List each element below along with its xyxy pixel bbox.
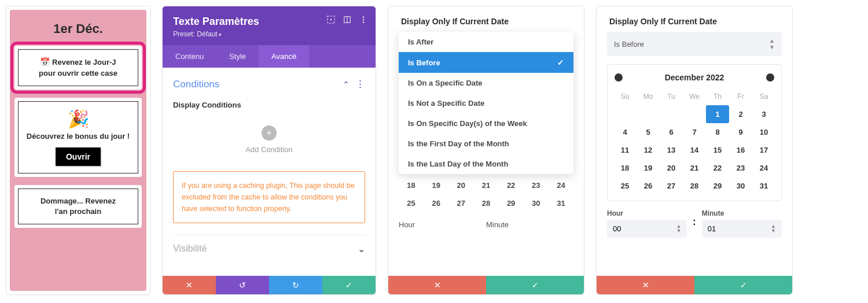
minute-input[interactable]: 01▲▼ [702,220,782,238]
cal-day[interactable]: 23 [729,159,752,177]
cal-day[interactable]: 18 [613,159,637,177]
cal-day[interactable]: 24 [752,159,775,177]
preset-dropdown[interactable]: Preset: Défaut [173,30,365,38]
section-more-icon[interactable]: ⋮ [355,79,365,90]
card-bonus[interactable]: 🎉 Découvrez le bonus du jour ! Ouvrir [14,98,142,177]
next-month-button[interactable] [766,73,774,82]
cal-day[interactable]: 27 [453,199,470,208]
cal-day[interactable]: 19 [637,159,660,177]
minute-label: Minute [486,220,573,229]
display-conditions-label: Display Conditions [173,101,365,109]
cal-day[interactable]: 26 [428,199,445,208]
cal-day[interactable]: 18 [403,181,420,190]
cal-day[interactable]: 30 [527,199,545,208]
card-locked[interactable]: 📅 Revenez le Jour-J pour ouvrir cette ca… [14,46,142,90]
add-condition-button[interactable]: + [262,125,277,141]
prev-month-button[interactable] [615,73,623,82]
cal-day[interactable]: 24 [552,181,569,190]
more-icon[interactable] [359,16,367,24]
cal-day[interactable]: 14 [683,141,706,159]
calendar-row: 45678910 [613,123,775,141]
cal-day [683,105,706,123]
cal-day[interactable]: 22 [502,181,520,190]
tab-contenu[interactable]: Contenu [163,45,216,68]
open-button[interactable]: Ouvrir [56,147,101,166]
cal-day[interactable]: 3 [752,105,775,123]
cal-day [660,105,683,123]
hour-input[interactable]: 00▲▼ [607,220,687,238]
condition-heading: Display Only If Current Date [597,6,792,32]
cal-day[interactable]: 27 [660,177,683,195]
option-is-last[interactable]: Is the Last Day of the Month [399,154,573,174]
tab-style[interactable]: Style [216,45,259,68]
cal-day[interactable]: 29 [502,199,520,208]
undo-button[interactable]: ↺ [216,276,269,294]
confirm-button[interactable]: ✓ [486,276,584,294]
cal-day[interactable]: 10 [752,123,775,141]
cal-day[interactable]: 9 [729,123,752,141]
calendar: December 2022 SuMoTuWeThFrSa 12345678910… [607,64,782,201]
cancel-button[interactable]: ✕ [163,276,216,294]
cal-day[interactable]: 16 [729,141,752,159]
cal-day[interactable]: 23 [527,181,545,190]
cal-day[interactable]: 28 [477,199,495,208]
confirm-button[interactable]: ✓ [694,276,792,294]
cal-day[interactable]: 31 [752,177,775,195]
expand-icon[interactable] [327,16,335,24]
cal-day[interactable]: 12 [637,141,660,159]
option-is-on-specific[interactable]: Is On a Specific Date [399,73,573,93]
time-colon: : [693,217,696,231]
cal-day[interactable]: 11 [613,141,637,159]
cal-day[interactable]: 21 [477,181,495,190]
calendar-icon: 📅 [40,57,50,66]
cal-day[interactable]: 25 [613,177,637,195]
stepper-icon[interactable]: ▲▼ [676,224,681,232]
cal-day[interactable]: 5 [637,123,660,141]
condition-select[interactable]: Is Before ▲▼ [607,32,782,56]
cal-day[interactable]: 26 [637,177,660,195]
cal-day[interactable]: 28 [683,177,706,195]
add-condition-label: Add Condition [173,145,365,154]
window-icon[interactable] [343,16,351,24]
cal-day[interactable]: 20 [660,159,683,177]
calendar-preview-panel: 1er Déc. 📅 Revenez le Jour-J pour ouvrir… [6,6,150,295]
cal-day[interactable]: 25 [403,199,420,208]
cal-day[interactable]: 21 [683,159,706,177]
cal-day[interactable]: 2 [729,105,752,123]
cal-day[interactable]: 8 [706,123,729,141]
stepper-icon[interactable]: ▲▼ [771,224,776,232]
option-is-not-specific[interactable]: Is Not a Specific Date [399,93,573,113]
card-missed[interactable]: Dommage... Revenez l'an prochain [14,185,142,228]
section-conditions-header[interactable]: Conditions ⌃⋮ [173,78,365,90]
cal-day[interactable]: 1 [706,105,729,123]
calendar-row: 11121314151617 [613,141,775,159]
redo-button[interactable]: ↻ [269,276,322,294]
option-is-first[interactable]: Is the First Day of the Month [399,134,573,154]
cal-day[interactable]: 19 [428,181,445,190]
calendar-date-title: 1er Déc. [14,14,142,46]
cal-day[interactable]: 17 [752,141,775,159]
cal-day[interactable]: 29 [706,177,729,195]
cancel-button[interactable]: ✕ [597,276,694,294]
tab-avance[interactable]: Avancé [259,45,309,68]
cal-day[interactable]: 20 [453,181,470,190]
cal-day[interactable]: 31 [552,199,569,208]
cal-day[interactable]: 6 [660,123,683,141]
option-is-before[interactable]: Is Before ✓ [399,52,573,73]
section-visibility-header[interactable]: Visibilité ⌄ [173,235,365,254]
check-icon: ✓ [557,58,564,67]
cal-day[interactable]: 13 [660,141,683,159]
option-is-on-days[interactable]: Is On Specific Day(s) of the Week [399,113,573,134]
svg-point-6 [363,21,365,23]
cal-day[interactable]: 22 [706,159,729,177]
condition-options-dropdown: Is After Is Before ✓ Is On a Specific Da… [399,32,573,174]
option-is-after[interactable]: Is After [399,32,573,52]
cal-day[interactable]: 30 [729,177,752,195]
calendar-row: 123 [613,105,775,123]
confirm-button[interactable]: ✓ [322,276,376,294]
cal-day[interactable]: 4 [613,123,637,141]
cal-day[interactable]: 7 [683,123,706,141]
cal-day[interactable]: 15 [706,141,729,159]
cancel-button[interactable]: ✕ [388,276,486,294]
svg-point-4 [363,16,365,18]
